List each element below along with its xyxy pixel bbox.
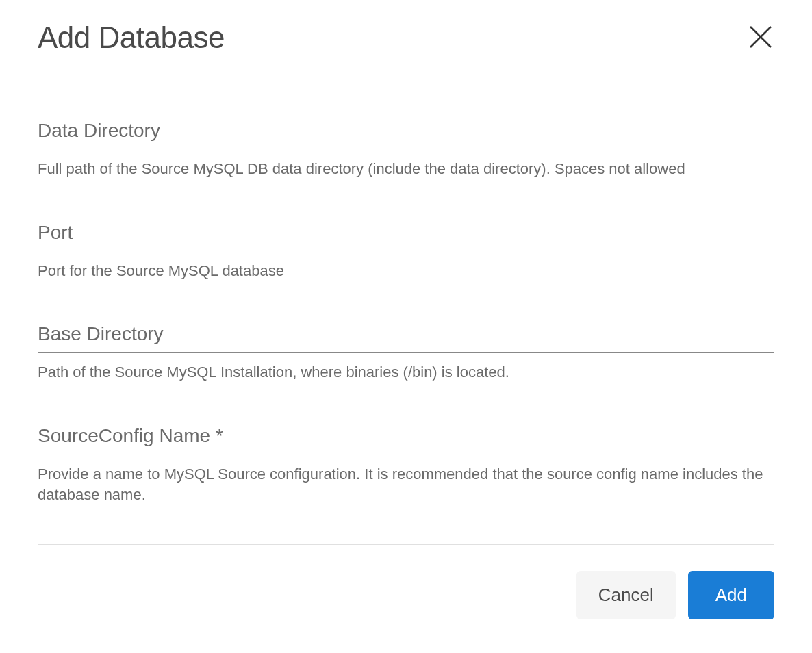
field-port: Port for the Source MySQL database [38,219,774,281]
field-data-directory: Full path of the Source MySQL DB data di… [38,117,774,179]
source-config-name-help: Provide a name to MySQL Source configura… [38,464,774,504]
field-source-config-name: Provide a name to MySQL Source configura… [38,422,774,504]
modal-title: Add Database [38,21,225,55]
port-help: Port for the Source MySQL database [38,261,774,281]
data-directory-help: Full path of the Source MySQL DB data di… [38,159,774,179]
port-input[interactable] [38,219,774,251]
base-directory-input[interactable] [38,320,774,353]
data-directory-input[interactable] [38,117,774,149]
field-base-directory: Path of the Source MySQL Installation, w… [38,320,774,383]
base-directory-help: Path of the Source MySQL Installation, w… [38,362,774,383]
modal-footer: Cancel Add [38,544,774,619]
modal-header: Add Database [38,21,774,79]
source-config-name-input[interactable] [38,422,774,454]
form-body: Full path of the Source MySQL DB data di… [38,79,774,504]
cancel-button[interactable]: Cancel [576,571,676,619]
add-button[interactable]: Add [688,571,774,619]
close-icon [747,23,774,51]
close-button[interactable] [741,18,780,58]
